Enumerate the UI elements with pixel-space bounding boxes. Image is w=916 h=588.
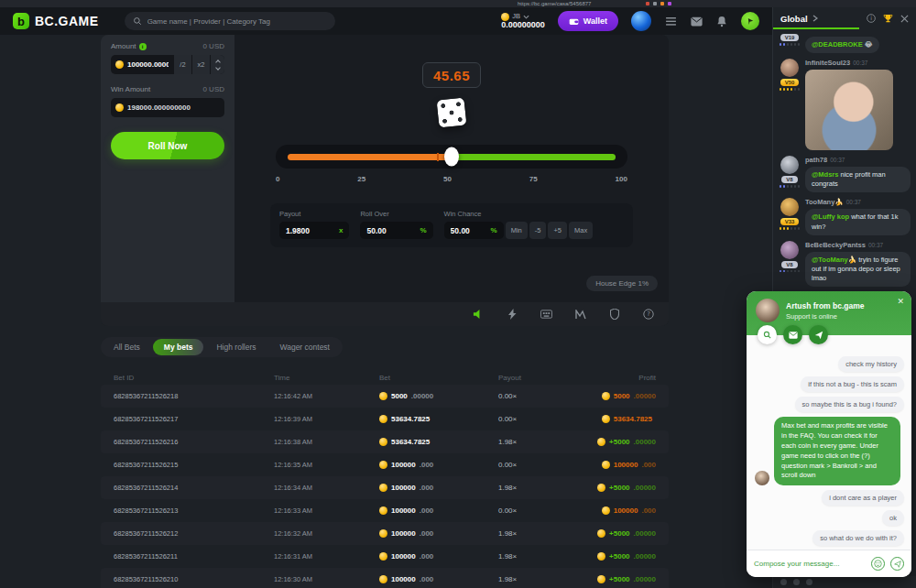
game-search-bar[interactable] <box>125 12 335 30</box>
extension-icon[interactable] <box>646 2 649 5</box>
support-email-button[interactable] <box>783 325 802 344</box>
support-compose-input[interactable] <box>754 560 866 568</box>
avatar[interactable] <box>780 198 799 216</box>
table-row[interactable]: 68285367211526214 12:16:34 AM 100000.000… <box>101 476 669 499</box>
dice-game-container: Amount i 0 USD /2 x2 Win Amount <box>101 35 669 326</box>
table-row[interactable]: 68285367211526213 12:16:33 AM 100000.000… <box>101 499 669 522</box>
roll-over-input[interactable] <box>366 226 414 235</box>
chat-message: V8 BeBeBeckyPantss00:37 @TooMany🍌 tryin … <box>773 238 916 289</box>
bc-game-logo[interactable]: b BC.GAME <box>13 13 99 29</box>
coin-icon <box>597 552 605 561</box>
quests-icon[interactable] <box>741 12 759 30</box>
chat-channel-title[interactable]: Global <box>780 14 808 24</box>
chat-username[interactable]: path7800:37 <box>805 156 911 164</box>
amount-info-icon[interactable]: i <box>139 43 147 50</box>
table-row[interactable]: 68285367211526215 12:16:35 AM 100000.000… <box>101 453 669 476</box>
user-avatar[interactable] <box>631 11 651 31</box>
chat-input-strip[interactable] <box>773 576 916 588</box>
menu-icon[interactable] <box>664 15 677 27</box>
tick-100: 100 <box>616 175 627 183</box>
balance-amount: 0.00000000 <box>501 21 545 30</box>
avatar[interactable] <box>780 156 799 174</box>
currency-balance-dropdown[interactable]: JB 0.00000000 <box>501 13 545 30</box>
bets-tabs: All Bets My bets High rollers Wager cont… <box>101 337 343 357</box>
roll-slider-thumb[interactable] <box>444 147 459 167</box>
amount-label-row: Amount i <box>111 42 147 50</box>
browser-extension-icons[interactable] <box>646 2 671 5</box>
support-chat-popup: Artush from bc.game Support is online ✕ … <box>747 291 911 577</box>
search-input[interactable] <box>147 17 327 26</box>
fairness-shield-icon[interactable] <box>608 309 620 321</box>
chat-rules-info-icon[interactable]: i <box>867 14 876 23</box>
chat-username[interactable]: TooMany🍌00:37 <box>805 198 911 206</box>
support-search-button[interactable] <box>758 325 777 344</box>
notifications-bell-icon[interactable] <box>715 15 728 27</box>
table-row[interactable]: 68285367211526210 12:16:30 AM 100000.000… <box>101 568 669 588</box>
chat-close-icon[interactable] <box>900 15 909 23</box>
avatar[interactable] <box>780 241 799 259</box>
chance-plus5-button[interactable]: +5 <box>548 222 567 239</box>
roll-slider-shell <box>276 145 627 169</box>
table-row[interactable]: 68285367211526212 12:16:32 AM 100000.000… <box>101 522 669 545</box>
tab-high-rollers[interactable]: High rollers <box>205 339 267 355</box>
bet-amount-input[interactable] <box>127 60 169 69</box>
contest-trophy-icon[interactable] <box>883 14 893 23</box>
chevron-right-icon[interactable] <box>812 15 818 22</box>
amount-usd-value: 0 USD <box>202 42 224 50</box>
help-icon[interactable]: ? <box>642 309 654 321</box>
support-send-message-button[interactable] <box>890 557 904 571</box>
chat-image-crying-baby[interactable] <box>805 70 893 150</box>
roll-now-button[interactable]: Roll Now <box>111 132 224 159</box>
roll-over-label: Roll Over <box>360 210 432 218</box>
table-row[interactable]: 68285367211526216 12:16:38 AM 53634.7825… <box>101 430 669 453</box>
wallet-button[interactable]: Wallet <box>558 11 618 31</box>
extension-icon[interactable] <box>660 2 664 5</box>
amount-stepper[interactable] <box>210 55 224 74</box>
chat-username[interactable]: BeBeBeckyPantss00:37 <box>805 241 911 249</box>
sound-icon[interactable] <box>473 309 485 321</box>
coin-icon <box>379 575 387 583</box>
live-stats-icon[interactable] <box>574 309 586 321</box>
chance-minus5-button[interactable]: -5 <box>529 222 547 239</box>
support-send-button[interactable] <box>809 325 828 344</box>
coin-icon <box>597 438 605 446</box>
support-user-bubble: so what do we do with it? <box>812 530 904 546</box>
extension-icon[interactable] <box>668 2 671 5</box>
coin-icon <box>379 484 387 492</box>
gif-icon[interactable] <box>793 579 800 585</box>
hotkeys-icon[interactable] <box>540 309 552 321</box>
chance-max-button[interactable]: Max <box>569 222 593 239</box>
support-emoji-button[interactable] <box>871 557 885 571</box>
coin-icon <box>379 552 387 561</box>
support-conversation: check my history if this not a bug - thi… <box>747 344 911 550</box>
win-amount-input[interactable] <box>127 103 227 112</box>
tab-my-bets[interactable]: My bets <box>153 339 204 355</box>
table-row[interactable]: 68285367211526217 12:16:39 AM 53634.7825… <box>101 408 669 430</box>
table-row[interactable]: 68285367211526211 12:16:31 AM 100000.000… <box>101 545 669 568</box>
coin-icon <box>602 415 610 423</box>
messages-icon[interactable] <box>690 15 703 27</box>
tab-all-bets[interactable]: All Bets <box>103 339 151 355</box>
tab-wager-contest[interactable]: Wager contest <box>268 339 341 355</box>
double-bet-button[interactable]: x2 <box>191 55 210 74</box>
extension-icon[interactable] <box>653 2 657 5</box>
support-close-icon[interactable]: ✕ <box>897 298 904 306</box>
support-agent-name: Artush from bc.game <box>786 301 865 310</box>
chat-username[interactable]: InfiniteSoul2300:37 <box>805 59 911 67</box>
roll-slider-track[interactable] <box>288 154 616 160</box>
coin-icon <box>597 529 605 538</box>
win-chance-input[interactable] <box>451 226 485 235</box>
payout-input[interactable] <box>286 226 333 235</box>
emoji-icon[interactable] <box>780 579 787 585</box>
col-payout: Payout <box>498 374 585 382</box>
chance-min-button[interactable]: Min <box>506 222 528 239</box>
table-row[interactable]: 68285367211526218 12:16:42 AM 5000.00000… <box>101 385 669 408</box>
dice-shortcut-icon[interactable] <box>806 579 812 585</box>
support-user-bubble: if this not a bug - this is scam <box>801 376 904 392</box>
turbo-lightning-icon[interactable] <box>507 309 518 321</box>
address-bar-url[interactable]: https://bc.game/casa/5456877 <box>518 1 591 6</box>
half-bet-button[interactable]: /2 <box>173 55 191 74</box>
avatar[interactable] <box>780 59 799 77</box>
game-footer-toolbar: ? <box>101 302 669 326</box>
chat-bubble: @Mdsrs nice profit man congrats <box>805 167 911 192</box>
